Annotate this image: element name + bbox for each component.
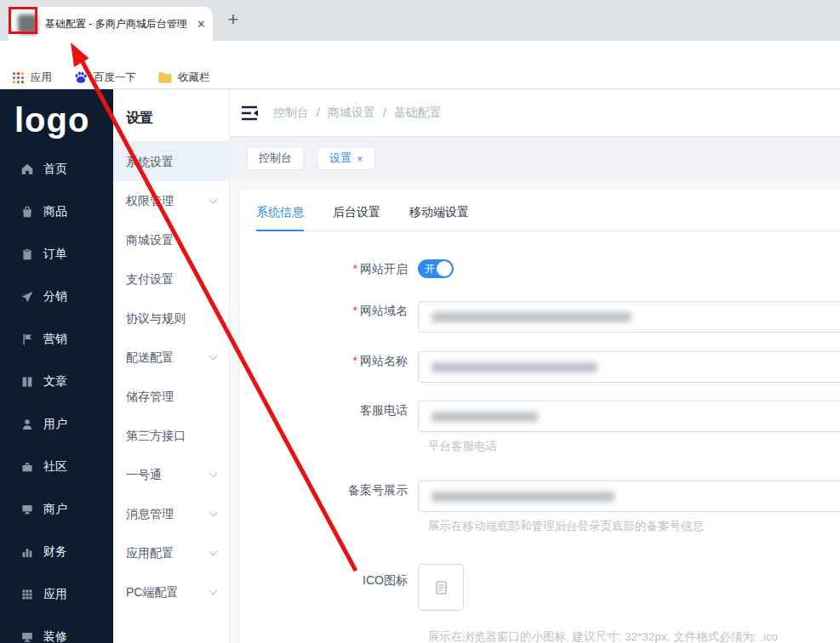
- order-icon: [20, 248, 34, 261]
- submenu-item-agreements[interactable]: 协议与规则: [113, 299, 229, 338]
- bookmarks-bar: 应用 百度一下 收藏栏: [0, 66, 840, 89]
- sidebar-item-orders[interactable]: 订单: [0, 233, 113, 276]
- admin-app: logo 首页 商品 订单 分销: [0, 89, 840, 643]
- submenu-item-delivery[interactable]: 配送配置: [113, 338, 229, 377]
- redacted-value: [431, 362, 597, 373]
- tab-backend-settings[interactable]: 后台设置: [333, 205, 380, 230]
- sidebar-item-users[interactable]: 用户: [0, 403, 113, 446]
- bookmark-label: 应用: [31, 71, 52, 85]
- breadcrumb-item[interactable]: 控制台: [273, 105, 309, 121]
- breadcrumb-separator: /: [383, 105, 386, 121]
- breadcrumb-item[interactable]: 基础配置: [394, 105, 442, 121]
- form-row-site-domain: *网站域名: [239, 301, 840, 333]
- submenu-item-third-party[interactable]: 第三方接口: [113, 416, 229, 455]
- settings-card: 系统信息 后台设置 移动端设置 *网站开启 开 *网站域名: [238, 188, 840, 643]
- screen: 基础配置 - 多商户商城后台管理 ✕ +: [0, 0, 840, 643]
- tab-mobile-settings[interactable]: 移动端设置: [409, 205, 469, 230]
- site-enable-toggle[interactable]: 开: [418, 259, 454, 278]
- submenu-item-pc-config[interactable]: PC端配置: [113, 572, 229, 612]
- form-row-service-phone: 客服电话: [239, 401, 840, 432]
- browser-tabstrip: 基础配置 - 多商户商城后台管理 ✕ +: [0, 0, 840, 41]
- ico-upload-box[interactable]: [418, 564, 464, 611]
- field-label: 备案号展示: [239, 481, 418, 499]
- submenu-item-storage[interactable]: 储存管理: [113, 377, 229, 416]
- tab-close-icon[interactable]: ✕: [197, 18, 206, 31]
- field-label: 客服电话: [239, 401, 418, 419]
- redacted-value: [431, 312, 631, 322]
- sidebar-item-marketing[interactable]: 营销: [0, 318, 113, 361]
- community-icon: [20, 460, 34, 474]
- logo[interactable]: logo: [0, 89, 113, 148]
- field-label: *网站域名: [239, 301, 418, 320]
- bookmark-baidu[interactable]: 百度一下: [74, 71, 136, 85]
- settings-submenu: 设置 系统设置 权限管理 商城设置 支付设置 协议与规则 配送配置 储存管理 第…: [113, 89, 230, 643]
- sidebar-item-apps[interactable]: 应用: [0, 573, 113, 616]
- chevron-down-icon: [209, 352, 218, 361]
- submenu-item-system-settings[interactable]: 系统设置: [113, 142, 229, 181]
- page-tag-bar: 控制台 设置 ×: [230, 136, 840, 179]
- submenu-title: 设置: [113, 89, 229, 141]
- flag-icon: [20, 333, 34, 346]
- site-name-input[interactable]: [418, 351, 840, 383]
- icp-number-input[interactable]: [418, 481, 840, 512]
- file-icon: [436, 581, 447, 595]
- bookmark-apps[interactable]: 应用: [12, 71, 52, 85]
- bookmark-label: 收藏栏: [178, 71, 210, 85]
- collapse-sidebar-icon[interactable]: [241, 105, 259, 121]
- chevron-down-icon: [209, 587, 218, 595]
- merchant-icon: [20, 503, 34, 516]
- sidebar-item-community[interactable]: 社区: [0, 446, 113, 488]
- favicon: [18, 14, 37, 34]
- content-header: 控制台 / 商城设置 / 基础配置: [230, 89, 840, 136]
- sidebar-item-finance[interactable]: 财务: [0, 531, 113, 573]
- finance-icon: [20, 545, 34, 559]
- sidebar-item-merchants[interactable]: 商户: [0, 488, 113, 531]
- chevron-down-icon: [209, 196, 218, 204]
- baidu-icon: [74, 71, 88, 84]
- browser-tab-title: 基础配置 - 多商户商城后台管理: [45, 17, 190, 31]
- sidebar-item-goods[interactable]: 商品: [0, 191, 113, 233]
- submenu-item-messages[interactable]: 消息管理: [113, 494, 229, 533]
- redacted-value: [431, 412, 538, 422]
- settings-tabs: 系统信息 后台设置 移动端设置: [256, 189, 840, 231]
- submenu-item-permissions[interactable]: 权限管理: [113, 181, 229, 220]
- sidebar-item-decorate[interactable]: 装修: [0, 616, 113, 643]
- field-label: *网站开启: [239, 259, 418, 278]
- bag-icon: [20, 205, 34, 219]
- user-icon: [20, 418, 34, 431]
- chevron-down-icon: [209, 509, 218, 517]
- apps-icon: [20, 588, 34, 601]
- breadcrumb-separator: /: [317, 105, 320, 121]
- form-row-site-name: *网站名称: [239, 351, 840, 383]
- tag-settings[interactable]: 设置 ×: [317, 147, 375, 170]
- breadcrumb-item[interactable]: 商城设置: [328, 105, 375, 121]
- main-content: 控制台 / 商城设置 / 基础配置 控制台 设置 × 系统信息 后台设置: [230, 89, 840, 643]
- field-label: *网站名称: [239, 351, 418, 370]
- redacted-value: [431, 492, 614, 502]
- field-hint: 展示在浏览器窗口的小图标, 建议尺寸: 32*32px, 文件格式必须为: .i…: [428, 629, 778, 643]
- new-tab-button[interactable]: +: [221, 9, 245, 32]
- submenu-item-payment[interactable]: 支付设置: [113, 259, 229, 299]
- sidebar-item-distribution[interactable]: 分销: [0, 276, 113, 318]
- article-icon: [20, 375, 34, 389]
- submenu-item-yihaotong[interactable]: 一号通: [113, 455, 229, 494]
- browser-tab[interactable]: 基础配置 - 多商户商城后台管理 ✕: [9, 7, 213, 41]
- submenu-item-app-config[interactable]: 应用配置: [113, 533, 229, 572]
- tag-console[interactable]: 控制台: [247, 147, 304, 170]
- sidebar-item-home[interactable]: 首页: [0, 148, 113, 191]
- service-phone-input[interactable]: [418, 401, 840, 432]
- site-domain-input[interactable]: [418, 301, 840, 333]
- form-row-site-enable: *网站开启 开: [239, 259, 840, 278]
- tag-close-icon[interactable]: ×: [357, 152, 363, 165]
- submenu-item-mall-settings[interactable]: 商城设置: [113, 220, 229, 259]
- tab-system-info[interactable]: 系统信息: [256, 205, 304, 231]
- form-row-icp-number: 备案号展示: [239, 481, 840, 512]
- home-icon: [20, 162, 34, 176]
- sidebar-item-articles[interactable]: 文章: [0, 361, 113, 403]
- browser-toolbar: [0, 41, 840, 66]
- sidebar-nav: 首页 商品 订单 分销 营销: [0, 148, 113, 643]
- bookmark-folder[interactable]: 收藏栏: [158, 71, 210, 85]
- send-icon: [20, 290, 34, 304]
- field-label: ICO图标: [239, 564, 418, 589]
- folder-icon: [158, 71, 172, 83]
